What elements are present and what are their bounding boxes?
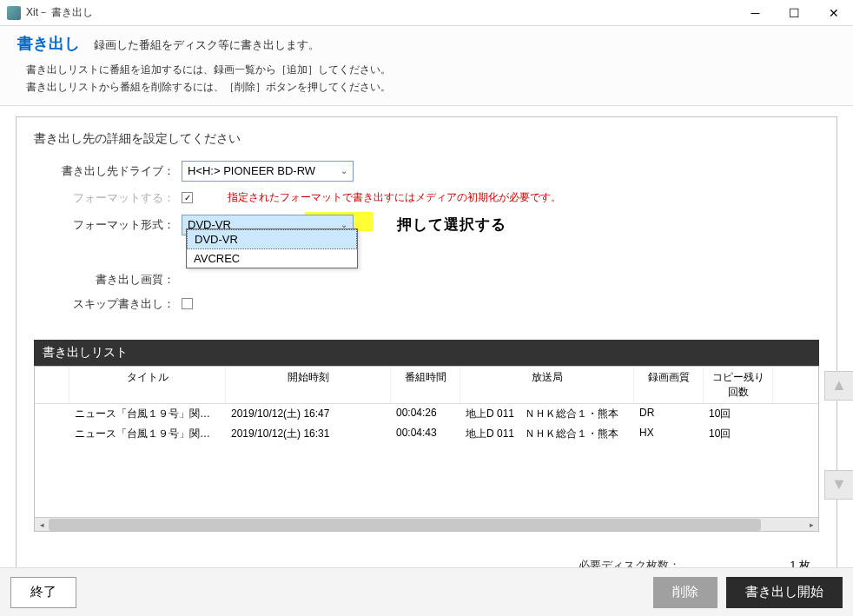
cell-copies: 10回 <box>704 404 773 424</box>
cell-quality: HX <box>634 424 704 444</box>
close-button[interactable]: ✕ <box>814 0 853 26</box>
table-header: タイトル 開始時刻 番組時間 放送局 録画画質 コピー残り回数 <box>35 367 818 404</box>
col-start[interactable]: 開始時刻 <box>226 367 391 403</box>
table-row[interactable]: ニュース「台風１９号」関… 2019/10/12(土) 16:47 00:04:… <box>35 404 818 424</box>
drive-select-value: H<H:> PIONEER BD-RW <box>188 164 315 177</box>
maximize-button[interactable]: ☐ <box>775 0 814 26</box>
cell-quality: DR <box>634 404 704 424</box>
cell-title: ニュース「台風１９号」関… <box>69 424 226 444</box>
col-quality[interactable]: 録画画質 <box>634 367 704 403</box>
app-icon <box>7 6 21 20</box>
annotation-text: 押して選択する <box>397 215 506 235</box>
window-titlebar: Xit－ 書き出し ─ ☐ ✕ <box>0 0 853 26</box>
cell-start: 2019/10/12(土) 16:31 <box>226 424 391 444</box>
export-list-title: 書き出しリスト <box>34 340 819 366</box>
format-checkbox[interactable]: ✓ <box>182 192 193 203</box>
header-section: 書き出し 録画した番組をディスク等に書き出します。 書き出しリストに番組を追加す… <box>0 26 853 106</box>
col-title[interactable]: タイトル <box>69 367 226 403</box>
cell-station: 地上D 011 ＮＨＫ総合１・熊本 <box>460 424 634 444</box>
main-panel: 書き出し先の詳細を設定してください 書き出し先ドライブ： H<H:> PIONE… <box>16 116 837 614</box>
page-subtitle: 録画した番組をディスク等に書き出します。 <box>94 37 320 53</box>
exit-button[interactable]: 終了 <box>10 577 76 608</box>
skip-label: スキップ書き出し： <box>34 296 182 312</box>
cell-start: 2019/10/12(土) 16:47 <box>226 404 391 424</box>
format-checkbox-label: フォーマットする： <box>34 190 182 206</box>
drive-select[interactable]: H<H:> PIONEER BD-RW ⌄ <box>182 161 354 182</box>
format-warning: 指定されたフォーマットで書き出すにはメディアの初期化が必要です。 <box>228 190 561 205</box>
col-duration[interactable]: 番組時間 <box>391 367 460 403</box>
quality-label: 書き出し画質： <box>34 272 182 288</box>
move-up-button[interactable]: ▲ <box>824 371 853 401</box>
start-export-button[interactable]: 書き出し開始 <box>726 577 843 608</box>
scroll-left-icon[interactable]: ◂ <box>35 518 49 532</box>
skip-checkbox[interactable] <box>182 298 193 309</box>
chevron-down-icon: ⌄ <box>341 166 347 176</box>
minimize-button[interactable]: ─ <box>736 0 775 26</box>
drive-label: 書き出し先ドライブ： <box>34 163 182 179</box>
panel-heading: 書き出し先の詳細を設定してください <box>34 131 819 147</box>
format-type-label: フォーマット形式： <box>34 217 182 233</box>
col-station[interactable]: 放送局 <box>460 367 634 403</box>
scrollbar-thumb[interactable] <box>49 519 761 531</box>
scroll-right-icon[interactable]: ▸ <box>804 518 818 532</box>
delete-button[interactable]: 削除 <box>653 577 717 608</box>
col-blank <box>35 367 69 403</box>
bottom-bar: 終了 削除 書き出し開始 <box>0 567 853 616</box>
table-row[interactable]: ニュース「台風１９号」関… 2019/10/12(土) 16:31 00:04:… <box>35 424 818 444</box>
page-title: 書き出し <box>17 33 80 54</box>
cell-copies: 10回 <box>704 424 773 444</box>
format-option-avcrec[interactable]: AVCREC <box>187 249 357 268</box>
export-list-section: 書き出しリスト タイトル 開始時刻 番組時間 放送局 録画画質 コピー残り回数 … <box>34 340 819 532</box>
window-title: Xit－ 書き出し <box>26 5 736 20</box>
col-copies[interactable]: コピー残り回数 <box>704 367 773 403</box>
instruction-line-2: 書き出しリストから番組を削除するには、［削除］ボタンを押してください。 <box>26 78 836 96</box>
cell-duration: 00:04:43 <box>391 424 460 444</box>
cell-duration: 00:04:26 <box>391 404 460 424</box>
move-down-button[interactable]: ▼ <box>824 470 853 500</box>
cell-title: ニュース「台風１９号」関… <box>69 404 226 424</box>
format-option-dvd-vr[interactable]: DVD-VR <box>187 229 357 249</box>
cell-station: 地上D 011 ＮＨＫ総合１・熊本 <box>460 404 634 424</box>
format-type-dropdown: DVD-VR AVCREC <box>186 229 358 268</box>
instruction-line-1: 書き出しリストに番組を追加するには、録画一覧から［追加］してください。 <box>26 61 836 78</box>
horizontal-scrollbar[interactable]: ◂ ▸ <box>35 517 818 531</box>
